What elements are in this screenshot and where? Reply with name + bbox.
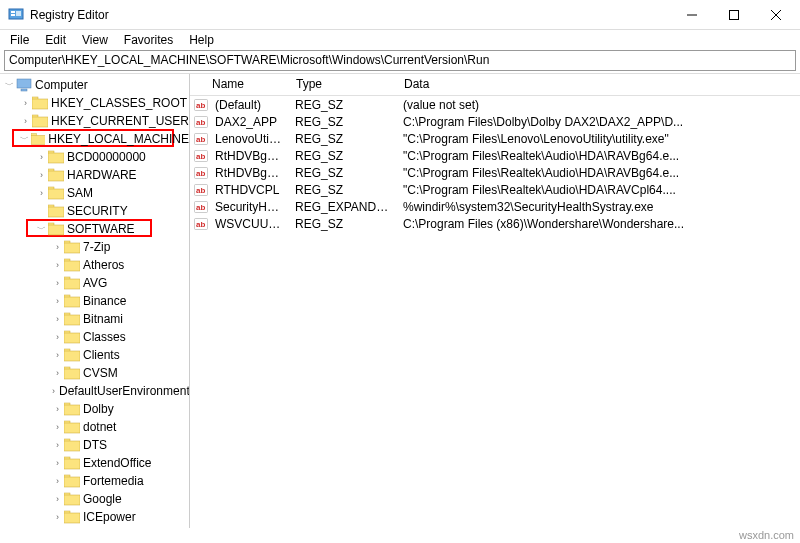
expand-icon[interactable]: › (52, 458, 63, 469)
tree-item[interactable]: ›Atheros (0, 256, 189, 274)
tree-item[interactable]: ›Binance (0, 292, 189, 310)
tree-hklm[interactable]: ﹀ HKEY_LOCAL_MACHINE (0, 130, 189, 148)
col-data[interactable]: Data (398, 74, 800, 95)
expand-icon[interactable]: › (52, 404, 63, 415)
expand-icon[interactable]: › (52, 494, 63, 505)
minimize-button[interactable] (680, 3, 704, 27)
tree-root[interactable]: ﹀ Computer (0, 76, 189, 94)
computer-icon (16, 78, 32, 92)
col-type[interactable]: Type (290, 74, 398, 95)
expand-icon[interactable]: › (52, 314, 63, 325)
menu-edit[interactable]: Edit (39, 32, 72, 48)
menu-view[interactable]: View (76, 32, 114, 48)
string-value-icon: ab (193, 217, 209, 231)
tree-item[interactable]: ›Clients (0, 346, 189, 364)
tree-item[interactable]: ›Dolby (0, 400, 189, 418)
expand-icon[interactable]: › (52, 350, 63, 361)
expand-icon[interactable]: › (52, 386, 55, 397)
tree-label: Clients (83, 348, 120, 362)
folder-icon (48, 186, 64, 200)
expand-icon[interactable]: › (52, 440, 63, 451)
tree-item[interactable]: ›Classes (0, 328, 189, 346)
value-row[interactable]: abDAX2_APPREG_SZC:\Program Files\Dolby\D… (190, 113, 800, 130)
app-icon (8, 7, 24, 23)
expand-icon[interactable]: › (36, 170, 47, 181)
tree-item[interactable]: ›IM Providers (0, 526, 189, 528)
expand-icon[interactable]: › (20, 98, 31, 109)
tree-item[interactable]: ›CVSM (0, 364, 189, 382)
menu-help[interactable]: Help (183, 32, 220, 48)
menu-favorites[interactable]: Favorites (118, 32, 179, 48)
collapse-icon[interactable]: ﹀ (36, 224, 47, 235)
tree-item[interactable]: ›AVG (0, 274, 189, 292)
expand-icon[interactable]: › (52, 512, 63, 523)
tree-bcd[interactable]: › BCD00000000 (0, 148, 189, 166)
value-row[interactable]: abSecurityHealthREG_EXPAND_SZ%windir%\sy… (190, 198, 800, 215)
tree-item[interactable]: ›Google (0, 490, 189, 508)
tree-item[interactable]: ›DTS (0, 436, 189, 454)
expand-icon[interactable]: › (52, 242, 63, 253)
folder-icon (48, 150, 64, 164)
window-controls (680, 3, 788, 27)
maximize-button[interactable] (722, 3, 746, 27)
expand-icon[interactable]: › (36, 152, 47, 163)
collapse-icon[interactable]: ﹀ (4, 80, 15, 91)
tree-label: AVG (83, 276, 107, 290)
tree-item[interactable]: ›DefaultUserEnvironment (0, 382, 189, 400)
expand-icon[interactable]: › (52, 368, 63, 379)
value-name: RtHDVBg_LENO... (209, 166, 289, 180)
expand-icon[interactable]: › (52, 260, 63, 271)
tree-item[interactable]: ›7-Zip (0, 238, 189, 256)
svg-rect-33 (64, 297, 80, 307)
svg-text:ab: ab (196, 220, 205, 229)
value-row[interactable]: ab(Default)REG_SZ(value not set) (190, 96, 800, 113)
value-row[interactable]: abLenovoUtilityREG_SZ"C:\Program Files\L… (190, 130, 800, 147)
svg-text:ab: ab (196, 169, 205, 178)
folder-icon (64, 474, 80, 488)
tree-security[interactable]: SECURITY (0, 202, 189, 220)
svg-rect-35 (64, 315, 80, 325)
value-type: REG_SZ (289, 149, 397, 163)
list-view[interactable]: Name Type Data ab(Default)REG_SZ(value n… (190, 74, 800, 528)
tree-item[interactable]: ›Fortemedia (0, 472, 189, 490)
col-name[interactable]: Name (190, 74, 290, 95)
value-row[interactable]: abWSVCUUpdateH...REG_SZC:\Program Files … (190, 215, 800, 232)
svg-rect-13 (32, 117, 48, 127)
expand-icon[interactable]: › (52, 422, 63, 433)
expand-icon[interactable]: › (36, 188, 47, 199)
value-type: REG_SZ (289, 132, 397, 146)
address-bar[interactable]: Computer\HKEY_LOCAL_MACHINE\SOFTWARE\Mic… (4, 50, 796, 71)
tree-item[interactable]: ›Bitnami (0, 310, 189, 328)
tree-item[interactable]: ›ICEpower (0, 508, 189, 526)
tree-software[interactable]: ﹀ SOFTWARE (0, 220, 189, 238)
collapse-icon[interactable]: ﹀ (20, 134, 30, 145)
expand-icon[interactable]: › (52, 278, 63, 289)
svg-rect-41 (64, 369, 80, 379)
close-button[interactable] (764, 3, 788, 27)
value-row[interactable]: abRTHDVCPLREG_SZ"C:\Program Files\Realte… (190, 181, 800, 198)
value-type: REG_SZ (289, 98, 397, 112)
tree-hkcr[interactable]: › HKEY_CLASSES_ROOT (0, 94, 189, 112)
tree-hardware[interactable]: › HARDWARE (0, 166, 189, 184)
value-row[interactable]: abRtHDVBg_DolbyREG_SZ"C:\Program Files\R… (190, 147, 800, 164)
tree-sam[interactable]: › SAM (0, 184, 189, 202)
expand-icon[interactable]: › (52, 332, 63, 343)
tree-hkcu[interactable]: › HKEY_CURRENT_USER (0, 112, 189, 130)
tree-view[interactable]: ﹀ Computer › HKEY_CLASSES_ROOT › HKEY_CU… (0, 74, 190, 528)
tree-item[interactable]: ›ExtendOffice (0, 454, 189, 472)
value-name: RTHDVCPL (209, 183, 289, 197)
expand-icon[interactable]: › (52, 476, 63, 487)
menu-file[interactable]: File (4, 32, 35, 48)
tree-label: ICEpower (83, 510, 136, 524)
svg-rect-55 (64, 495, 80, 505)
tree-item[interactable]: ›dotnet (0, 418, 189, 436)
svg-rect-17 (48, 153, 64, 163)
expand-icon[interactable]: › (52, 296, 63, 307)
folder-icon (64, 456, 80, 470)
tree-label: HARDWARE (67, 168, 137, 182)
tree-label: SOFTWARE (67, 222, 135, 236)
tree-label: Dolby (83, 402, 114, 416)
value-row[interactable]: abRtHDVBg_LENO...REG_SZ"C:\Program Files… (190, 164, 800, 181)
expand-icon[interactable]: › (20, 116, 31, 127)
folder-icon (64, 402, 80, 416)
